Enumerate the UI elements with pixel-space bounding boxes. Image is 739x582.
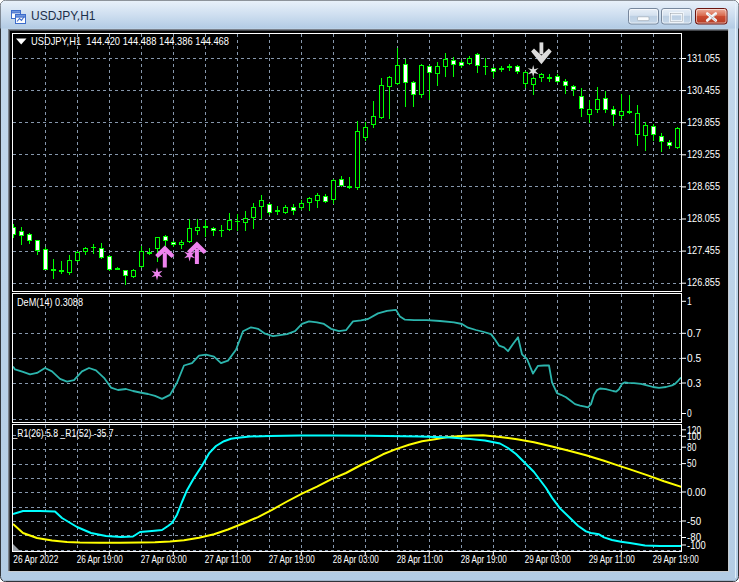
svg-text:-100: -100 [687,539,706,551]
svg-text:0.00: 0.00 [687,486,706,498]
svg-text:_R1(26) 5.8 _R1(52) -35.7: _R1(26) 5.8 _R1(52) -35.7 [12,427,114,439]
svg-text:28 Apr 19:00: 28 Apr 19:00 [461,553,507,565]
svg-text:27 Apr 03:00: 27 Apr 03:00 [141,553,187,565]
svg-text:0: 0 [687,407,692,419]
svg-text:USDJPY,H1: USDJPY,H1 [31,9,96,23]
svg-text:130.455: 130.455 [687,84,720,96]
svg-text:129.855: 129.855 [687,116,720,128]
svg-text:28 Apr 11:00: 28 Apr 11:00 [397,553,443,565]
svg-text:1: 1 [687,295,692,307]
svg-text:29 Apr 03:00: 29 Apr 03:00 [525,553,571,565]
svg-text:27 Apr 11:00: 27 Apr 11:00 [205,553,251,565]
svg-text:0.3: 0.3 [687,377,701,389]
svg-text:28 Apr 03:00: 28 Apr 03:00 [333,553,379,565]
svg-text:131.055: 131.055 [687,52,720,64]
svg-text:127.455: 127.455 [687,244,720,256]
svg-text:27 Apr 19:00: 27 Apr 19:00 [269,553,315,565]
svg-text:DeM(14) 0.3088: DeM(14) 0.3088 [17,296,83,308]
svg-text:129.255: 129.255 [687,148,720,160]
svg-text:29 Apr 11:00: 29 Apr 11:00 [589,553,635,565]
svg-text:128.655: 128.655 [687,180,720,192]
svg-text:-50: -50 [687,515,701,527]
svg-text:126.855: 126.855 [687,276,720,288]
svg-text:128.055: 128.055 [687,212,720,224]
svg-text:USDJPY,H1 144.420 144.488 144: USDJPY,H1 144.420 144.488 144.386 144.46… [31,35,229,47]
svg-text:29 Apr 19:00: 29 Apr 19:00 [653,553,699,565]
svg-text:50: 50 [687,457,696,469]
svg-text:26 Apr 2022: 26 Apr 2022 [13,553,58,565]
svg-text:0.5: 0.5 [687,352,701,364]
svg-text:26 Apr 19:00: 26 Apr 19:00 [77,553,123,565]
svg-text:0.7: 0.7 [687,327,701,339]
svg-text:80: 80 [687,441,696,453]
